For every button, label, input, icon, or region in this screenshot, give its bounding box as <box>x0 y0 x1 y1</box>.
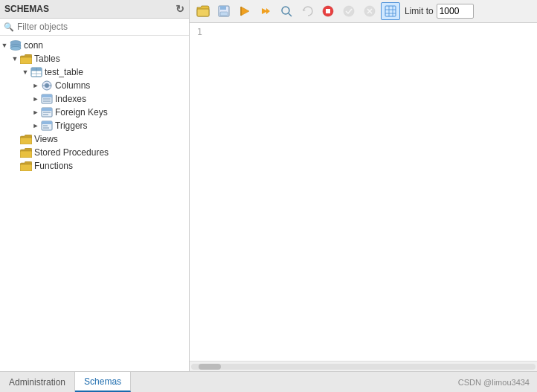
triggers-label: Triggers <box>55 121 88 131</box>
tree-item-conn[interactable]: ▼ conn <box>0 39 189 52</box>
tab-administration-label: Administration <box>9 377 65 388</box>
svg-rect-32 <box>220 6 226 10</box>
tab-schemas[interactable]: Schemas <box>75 372 131 392</box>
test-table-label: test_table <box>45 67 83 77</box>
tree-item-views[interactable]: ► Views <box>0 132 189 146</box>
editor-content[interactable] <box>208 27 533 357</box>
toolbar: Limit to <box>190 0 537 23</box>
scrollbar-track[interactable] <box>191 364 536 370</box>
clear-button[interactable] <box>360 2 379 20</box>
svg-line-36 <box>289 13 292 16</box>
watermark: CSDN @limou3434 <box>458 372 537 392</box>
bottom-bar: Administration Schemas CSDN @limou3434 <box>0 371 537 392</box>
triggers-icon <box>41 120 53 132</box>
check-button[interactable] <box>339 2 358 20</box>
tables-label: Tables <box>34 54 60 64</box>
tree-item-triggers[interactable]: ► Triggers <box>0 119 189 132</box>
foreign-keys-label: Foreign Keys <box>55 107 108 118</box>
right-panel: Limit to 1 <box>190 0 537 371</box>
svg-rect-24 <box>42 121 52 124</box>
svg-rect-29 <box>20 164 32 171</box>
filter-box: 🔍 <box>0 19 189 36</box>
tree-item-foreign-keys[interactable]: ► Foreign Keys <box>0 106 189 119</box>
functions-icon <box>20 160 32 172</box>
stored-procedures-label: Stored Procedures <box>34 147 109 158</box>
conn-label: conn <box>24 40 43 51</box>
tab-schemas-label: Schemas <box>84 376 121 387</box>
undo-button[interactable] <box>298 2 317 20</box>
triggers-toggle[interactable]: ► <box>31 122 40 129</box>
tree-item-indexes[interactable]: ► Indexes <box>0 92 189 106</box>
execute-button[interactable] <box>235 2 254 20</box>
schemas-header: SCHEMAS ↻ <box>0 0 189 19</box>
indexes-label: Indexes <box>55 94 86 104</box>
test-table-icon <box>30 66 42 78</box>
svg-rect-27 <box>20 138 32 144</box>
save-button[interactable] <box>214 2 234 20</box>
editor-area[interactable]: 1 <box>190 23 537 361</box>
tables-toggle[interactable]: ▼ <box>10 55 19 62</box>
indexes-toggle[interactable]: ► <box>31 95 40 103</box>
svg-point-39 <box>344 6 354 16</box>
watermark-text: CSDN @limou3434 <box>458 378 530 387</box>
test-table-toggle[interactable]: ▼ <box>21 68 30 76</box>
tables-folder-icon <box>20 53 32 65</box>
limit-label: Limit to <box>405 6 434 16</box>
stop-button[interactable] <box>318 2 338 20</box>
indexes-icon <box>41 93 53 105</box>
views-label: Views <box>34 134 58 144</box>
columns-label: Columns <box>55 80 90 91</box>
tree-item-functions[interactable]: ► Functions <box>0 159 189 173</box>
svg-rect-33 <box>220 12 228 16</box>
tree-item-stored-procedures[interactable]: ► Stored Procedures <box>0 146 189 159</box>
grid-button[interactable] <box>381 2 400 20</box>
tree-item-columns[interactable]: ► Columns <box>0 79 189 92</box>
filter-search-icon: 🔍 <box>4 22 14 32</box>
left-panel: SCHEMAS ↻ 🔍 ▼ <box>0 0 190 371</box>
columns-toggle[interactable]: ► <box>31 82 40 89</box>
svg-rect-16 <box>42 94 52 97</box>
line-numbers: 1 <box>193 27 208 357</box>
search-button[interactable] <box>277 2 296 20</box>
conn-toggle[interactable]: ▼ <box>0 42 9 49</box>
schemas-refresh-icon[interactable]: ↻ <box>176 3 184 15</box>
svg-rect-5 <box>20 57 32 64</box>
schema-tree: ▼ conn ▼ <box>0 36 189 371</box>
columns-icon <box>41 80 53 91</box>
svg-rect-20 <box>42 108 52 111</box>
open-file-button[interactable] <box>193 2 213 20</box>
svg-rect-38 <box>326 9 330 13</box>
filter-input[interactable] <box>17 22 185 32</box>
tree-item-test-table[interactable]: ▼ test_table <box>0 65 189 79</box>
svg-point-12 <box>45 83 49 88</box>
svg-rect-30 <box>197 9 209 16</box>
tab-administration[interactable]: Administration <box>0 372 75 392</box>
limit-input[interactable] <box>437 4 474 19</box>
scrollbar-thumb[interactable] <box>199 364 221 370</box>
fk-toggle[interactable]: ► <box>31 109 40 116</box>
stored-procedures-icon <box>20 147 32 158</box>
conn-db-icon <box>10 39 22 51</box>
svg-rect-28 <box>20 151 32 158</box>
svg-point-35 <box>282 7 289 14</box>
execute-current-button[interactable] <box>256 2 275 20</box>
line-number-1: 1 <box>193 27 202 37</box>
svg-rect-43 <box>385 6 396 16</box>
tree-item-tables[interactable]: ▼ Tables <box>0 52 189 65</box>
foreign-keys-icon <box>41 106 53 118</box>
schemas-title: SCHEMAS <box>4 4 49 14</box>
functions-label: Functions <box>34 161 73 171</box>
svg-point-4 <box>10 47 21 51</box>
views-icon <box>20 133 32 145</box>
horizontal-scrollbar[interactable] <box>190 361 537 371</box>
